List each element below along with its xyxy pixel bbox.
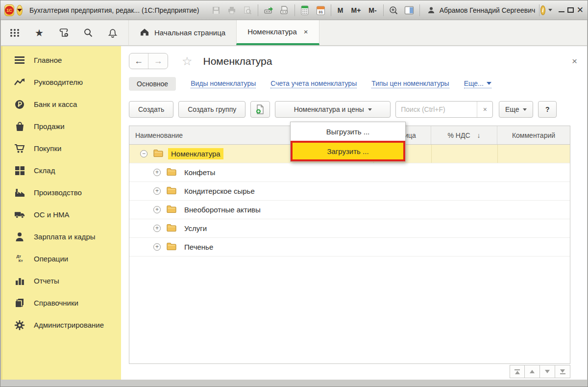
go-last-button[interactable] (555, 365, 570, 378)
calculator-icon[interactable] (299, 5, 310, 16)
menu-item-zagruzit[interactable]: Загрузить ... (291, 141, 405, 161)
collapse-icon[interactable]: − (140, 150, 147, 157)
page-close-icon[interactable]: × (572, 56, 577, 67)
tab-nomenklatura[interactable]: Номенклатура × (236, 20, 319, 45)
go-to-link-icon[interactable] (263, 5, 274, 16)
notifications-bell-icon[interactable] (107, 27, 119, 39)
nav-tab-osnovnoe[interactable]: Основное (129, 77, 176, 91)
folder-icon (167, 186, 176, 196)
maximize-button[interactable] (567, 5, 574, 16)
ruble-icon (14, 99, 25, 110)
sidebar-item-prodazhi[interactable]: Продажи (2, 115, 121, 137)
sidebar-item-proizvodstvo[interactable]: Производство (2, 181, 121, 204)
sidebar-item-otchety[interactable]: Отчеты (2, 270, 121, 292)
1c-logo-icon: 1С (5, 6, 14, 15)
split-columns-icon[interactable] (404, 5, 415, 16)
expand-icon[interactable]: + (153, 169, 161, 176)
expand-icon[interactable]: + (153, 187, 161, 195)
home-icon (140, 27, 149, 38)
row-label: Печенье (181, 241, 216, 253)
minimize-icon (559, 8, 564, 12)
column-header-nds[interactable]: % НДС ↓ (431, 126, 497, 144)
chart-icon (14, 276, 25, 286)
sidebar-item-os-i-nma[interactable]: ОС и НМА (2, 204, 121, 226)
trend-icon (14, 77, 25, 88)
sort-down-icon: ↓ (477, 131, 481, 139)
table-row-uslugi[interactable]: + Услуги (129, 219, 570, 238)
back-button[interactable]: ← (129, 53, 148, 69)
favorite-star-icon[interactable]: ☆ (182, 54, 193, 68)
search-clear-icon[interactable]: × (477, 102, 492, 117)
close-window-button[interactable]: ✕ (577, 5, 584, 16)
memory-m-plus-button[interactable]: M+ (350, 6, 363, 14)
table-row-pechenye[interactable]: + Печенье (129, 238, 570, 257)
sidebar-item-zarplata-i-kadry[interactable]: Зарплата и кадры (2, 226, 121, 248)
app-logo[interactable]: 1С (4, 4, 14, 16)
forward-button[interactable]: → (148, 53, 168, 69)
warehouse-icon (14, 165, 25, 176)
search-icon[interactable] (82, 27, 94, 39)
zoom-icon[interactable] (388, 5, 399, 16)
person-icon (14, 232, 25, 242)
go-first-button[interactable] (510, 365, 525, 378)
create-group-button[interactable]: Создать группу (178, 101, 245, 118)
sidebar-item-glavnoe[interactable]: Главное (2, 49, 121, 71)
tools-menu-icon[interactable] (9, 27, 21, 39)
sidebar-item-rukovoditelyu[interactable]: Руководителю (2, 71, 121, 93)
tab-close-icon[interactable]: × (304, 27, 308, 36)
info-icon[interactable]: i (540, 5, 546, 15)
nav-link-vidy-nomenklatury[interactable]: Виды номенклатуры (191, 79, 256, 88)
memory-m-minus-button[interactable]: M- (367, 6, 378, 14)
expand-icon[interactable]: + (153, 243, 161, 251)
row-label: Услуги (181, 223, 210, 234)
sidebar-item-sklad[interactable]: Склад (2, 159, 121, 181)
sidebar-item-pokupki[interactable]: Покупки (2, 137, 121, 159)
title-bar: 1С Бухгалтерия предприятия, редак... (1С… (0, 0, 588, 20)
user-icon (426, 5, 437, 16)
sidebar-item-bank-i-kassa[interactable]: Банк и касса (2, 93, 121, 115)
print-icon[interactable] (226, 5, 237, 16)
main-menu-button[interactable] (17, 5, 23, 16)
folder-icon (153, 149, 163, 159)
tab-home[interactable]: Начальная страница (128, 20, 236, 45)
memory-m-button[interactable]: M (336, 6, 345, 14)
go-down-button[interactable] (540, 365, 555, 378)
table-row-vneoborotnye-aktivy[interactable]: + Внеоборотные активы (129, 201, 570, 219)
preview-icon[interactable] (242, 5, 253, 16)
chevron-down-icon[interactable] (548, 9, 552, 11)
arrow-down-icon (545, 370, 550, 373)
create-group-icon-button[interactable] (250, 101, 270, 118)
help-button[interactable]: ? (538, 101, 557, 118)
minimize-button[interactable] (558, 5, 564, 16)
chevron-down-icon (368, 108, 372, 111)
nav-link-scheta-ucheta[interactable]: Счета учета номенклатуры (270, 79, 357, 88)
current-user[interactable]: Абрамов Геннадий Сергеевич (426, 5, 536, 16)
table-row-konditerskoe-syrye[interactable]: + Кондитерское сырье (129, 182, 570, 201)
sidebar-item-operacii[interactable]: Дт Кт Операции (2, 248, 121, 270)
nav-link-tipy-cen[interactable]: Типы цен номенклатуры (371, 79, 449, 88)
expand-icon[interactable]: + (153, 206, 161, 213)
menu-item-vygruzit[interactable]: Выгрузить ... (291, 122, 405, 141)
menu-icon (14, 55, 25, 66)
history-icon[interactable] (58, 27, 70, 39)
get-link-icon[interactable] (279, 5, 290, 16)
search-input[interactable] (396, 105, 477, 113)
sidebar-item-administrirovanie[interactable]: Администрирование (2, 314, 121, 336)
app-window: 1С Бухгалтерия предприятия, редак... (1С… (0, 0, 588, 387)
favorites-icon[interactable]: ★ (33, 27, 45, 39)
sidebar-item-spravochniki[interactable]: Справочники (2, 292, 121, 314)
books-icon (14, 298, 25, 309)
nomenklatura-i-ceny-dropdown[interactable]: Номенклатура и цены (275, 101, 391, 118)
go-up-button[interactable] (525, 365, 540, 378)
calendar-icon[interactable]: 31 (315, 5, 326, 16)
column-header-kommentarij[interactable]: Комментарий (497, 126, 570, 144)
table-row-konfety[interactable]: + Конфеты (129, 163, 570, 182)
expand-icon[interactable]: + (153, 225, 161, 232)
create-button[interactable]: Создать (129, 101, 173, 118)
truck-icon (14, 209, 25, 220)
save-icon[interactable] (211, 5, 221, 16)
more-button[interactable]: Еще (499, 101, 533, 118)
tab-nomenklatura-label: Номенклатура (247, 27, 297, 36)
nav-link-more[interactable]: Еще... (464, 79, 491, 88)
chevron-down-icon (523, 108, 527, 111)
